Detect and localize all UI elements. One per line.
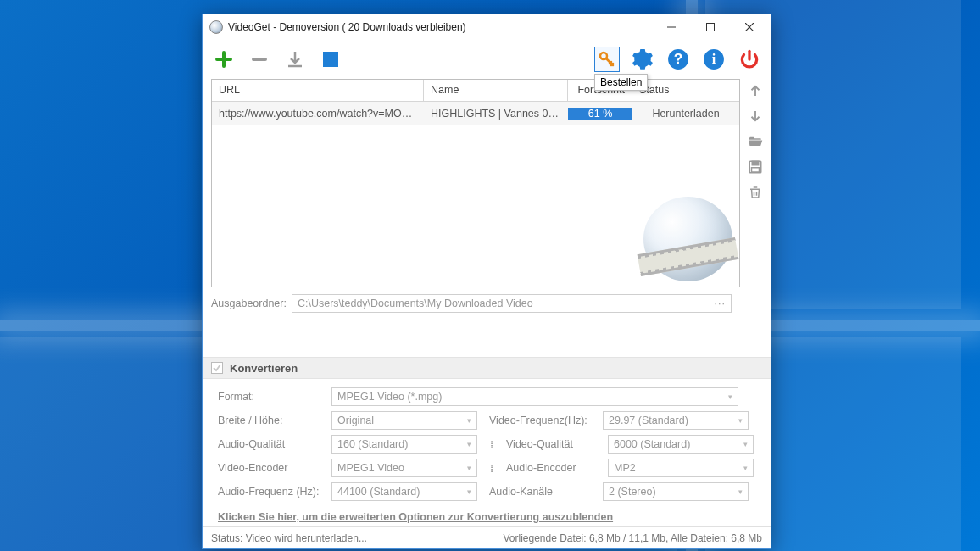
stop-button[interactable] <box>318 47 343 72</box>
cell-url: https://www.youtube.com/watch?v=MOJGYh..… <box>212 108 424 120</box>
titlebar[interactable]: VideoGet - Demoversion ( 20 Downloads ve… <box>203 14 771 40</box>
move-down-button[interactable] <box>747 108 764 125</box>
col-url[interactable]: URL <box>212 80 424 101</box>
info-button[interactable]: i <box>701 47 727 72</box>
close-button[interactable] <box>730 14 769 40</box>
convert-section-header[interactable]: Konvertieren <box>203 357 771 379</box>
toggle-advanced-link[interactable]: Klicken Sie hier, um die erweiterten Opt… <box>218 511 613 523</box>
audio-encoder-label: Audio-Encoder <box>506 462 596 474</box>
audio-encoder-select[interactable]: MP2▾ <box>608 459 754 477</box>
output-folder-path: C:\Users\teddy\Documents\My Downloaded V… <box>298 298 533 309</box>
add-button[interactable] <box>211 47 237 72</box>
output-folder-field[interactable]: C:\Users\teddy\Documents\My Downloaded V… <box>292 294 732 313</box>
browse-icon[interactable]: ··· <box>715 298 726 309</box>
output-folder-label: Ausgabeordner: <box>211 298 287 309</box>
remove-button[interactable] <box>247 47 272 72</box>
status-sizes: Vorliegende Datei: 6,8 Mb / 11,1 Mb, All… <box>503 532 762 544</box>
audio-freq-select[interactable]: 44100 (Standard)▾ <box>331 482 477 501</box>
side-toolbar <box>740 79 771 357</box>
size-label: Breite / Höhe: <box>218 415 320 426</box>
app-window: VideoGet - Demoversion ( 20 Downloads ve… <box>202 14 771 549</box>
status-bar: Status: Video wird herunterladen... Vorl… <box>203 526 771 548</box>
help-button[interactable]: ? <box>665 47 691 72</box>
format-select[interactable]: MPEG1 Video (*.mpg)▾ <box>331 387 738 406</box>
audio-freq-label: Audio-Frequenz (Hz): <box>218 486 320 498</box>
video-quality-label: Video-Qualität <box>506 438 596 450</box>
app-icon <box>209 20 223 34</box>
save-button[interactable] <box>747 159 764 175</box>
convert-checkbox[interactable] <box>211 362 223 374</box>
watermark-logo <box>643 197 732 281</box>
svg-rect-13 <box>752 168 760 172</box>
download-button[interactable] <box>282 47 308 72</box>
size-select[interactable]: Original▾ <box>331 411 477 430</box>
cell-status: Herunterladen <box>632 108 739 120</box>
video-encoder-label: Video-Encoder <box>218 462 320 474</box>
svg-rect-5 <box>323 52 338 67</box>
status-text: Status: Video wird herunterladen... <box>211 532 367 544</box>
col-status[interactable]: Status <box>632 80 739 101</box>
convert-title: Konvertieren <box>230 362 298 375</box>
col-name[interactable]: Name <box>424 80 568 101</box>
convert-form: Format: MPEG1 Video (*.mpg)▾ Breite / Hö… <box>203 379 771 526</box>
video-encoder-select[interactable]: MPEG1 Video▾ <box>331 459 477 477</box>
delete-button[interactable] <box>747 184 764 201</box>
toolbar: Bestellen ? i <box>203 40 771 79</box>
svg-rect-12 <box>752 161 759 165</box>
cell-name: HIGHLIGHTS | Vannes 0 - 4... <box>424 108 568 120</box>
svg-text:?: ? <box>674 50 683 67</box>
format-label: Format: <box>218 391 320 403</box>
window-title: VideoGet - Demoversion ( 20 Downloads ve… <box>228 21 652 33</box>
grid-header: URL Name Fortschritt Status <box>212 80 739 102</box>
audio-channels-select[interactable]: 2 (Stereo)▾ <box>603 482 749 501</box>
minimize-button[interactable] <box>652 14 691 40</box>
register-tooltip: Bestellen <box>594 74 648 91</box>
audio-quality-label: Audio-Qualität <box>218 438 320 450</box>
settings-button[interactable] <box>630 47 655 72</box>
maximize-button[interactable] <box>691 14 730 40</box>
open-folder-button[interactable] <box>747 133 764 150</box>
audio-quality-select[interactable]: 160 (Standard)▾ <box>331 435 477 454</box>
cell-progress: 61 % <box>568 108 632 120</box>
video-freq-label: Video-Frequenz(Hz): <box>489 415 591 426</box>
svg-text:i: i <box>712 52 716 67</box>
register-button[interactable] <box>594 47 620 72</box>
power-button[interactable] <box>737 47 762 72</box>
svg-rect-1 <box>707 24 715 31</box>
grid-row[interactable]: https://www.youtube.com/watch?v=MOJGYh..… <box>212 102 739 125</box>
downloads-grid: URL Name Fortschritt Status https://www.… <box>211 79 740 287</box>
video-quality-select[interactable]: 6000 (Standard)▾ <box>608 435 754 454</box>
audio-channels-label: Audio-Kanäle <box>489 486 591 498</box>
video-freq-select[interactable]: 29.97 (Standard)▾ <box>603 411 749 430</box>
move-up-button[interactable] <box>747 82 764 99</box>
